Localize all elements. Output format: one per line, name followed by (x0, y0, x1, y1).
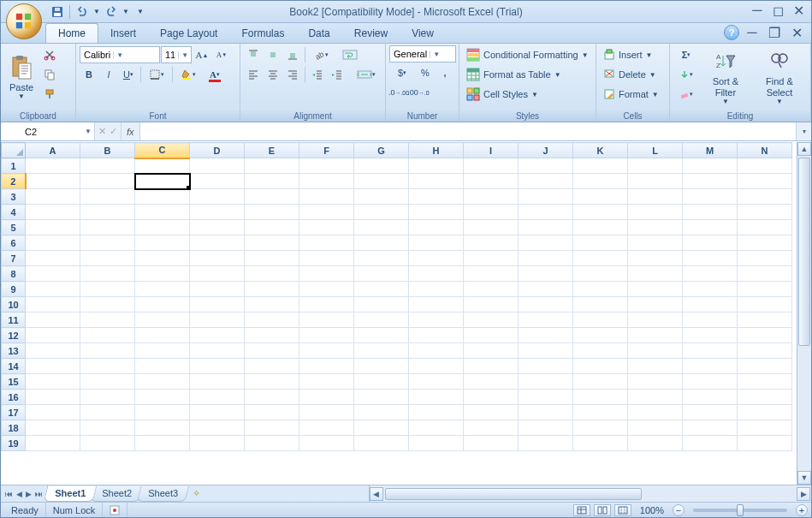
cell-I1[interactable] (464, 158, 519, 174)
cell-J8[interactable] (519, 266, 573, 282)
cell-K3[interactable] (573, 189, 628, 205)
formula-input[interactable] (140, 122, 796, 140)
cell-H4[interactable] (409, 205, 464, 220)
cell-B17[interactable] (80, 405, 135, 420)
cell-M1[interactable] (683, 158, 738, 174)
tab-review[interactable]: Review (342, 24, 400, 43)
cell-G5[interactable] (354, 220, 409, 235)
cell-B2[interactable] (80, 174, 135, 189)
cell-E5[interactable] (245, 220, 299, 235)
cell-B10[interactable] (80, 297, 135, 313)
tab-data[interactable]: Data (296, 24, 341, 43)
cell-A9[interactable] (26, 282, 80, 297)
cell-N17[interactable] (738, 405, 792, 420)
cell-C12[interactable] (135, 328, 190, 343)
cell-I15[interactable] (464, 374, 519, 390)
cell-styles-button[interactable]: Cell Styles▼ (463, 85, 542, 104)
cell-A18[interactable] (26, 420, 80, 436)
cell-N7[interactable] (738, 251, 792, 266)
cell-J18[interactable] (519, 420, 573, 436)
col-header-B[interactable]: B (80, 143, 135, 158)
clear-icon[interactable]: ▾ (673, 85, 699, 104)
cell-F11[interactable] (299, 313, 354, 328)
row-header-3[interactable]: 3 (2, 189, 26, 205)
cell-N2[interactable] (738, 174, 792, 189)
cell-E14[interactable] (245, 359, 299, 374)
cell-I17[interactable] (464, 405, 519, 420)
cut-icon[interactable] (40, 45, 59, 64)
format-painter-icon[interactable] (40, 85, 59, 104)
sheet-tab-3[interactable]: Sheet3 (137, 486, 189, 502)
cell-K2[interactable] (573, 174, 628, 189)
cell-F4[interactable] (299, 205, 354, 220)
cell-C11[interactable] (135, 313, 190, 328)
format-as-table-button[interactable]: Format as Table▼ (463, 65, 565, 84)
cell-N19[interactable] (738, 436, 792, 451)
format-cells-button[interactable]: Format▼ (600, 85, 662, 104)
col-header-F[interactable]: F (299, 143, 354, 158)
cell-D7[interactable] (190, 251, 245, 266)
cell-J6[interactable] (519, 235, 573, 251)
cell-J5[interactable] (519, 220, 573, 235)
cell-C7[interactable] (135, 251, 190, 266)
cell-L7[interactable] (628, 251, 683, 266)
cell-H9[interactable] (409, 282, 464, 297)
cell-J11[interactable] (519, 313, 573, 328)
cell-K7[interactable] (573, 251, 628, 266)
cell-C15[interactable] (135, 374, 190, 390)
cell-A7[interactable] (26, 251, 80, 266)
cell-E1[interactable] (245, 158, 299, 174)
cell-N1[interactable] (738, 158, 792, 174)
sheet-prev-icon[interactable]: ◀ (15, 490, 23, 498)
cell-M10[interactable] (683, 297, 738, 313)
cell-A17[interactable] (26, 405, 80, 420)
cell-G1[interactable] (354, 158, 409, 174)
cell-L4[interactable] (628, 205, 683, 220)
fx-icon[interactable]: fx (122, 122, 140, 140)
align-top-icon[interactable] (244, 45, 263, 64)
cell-C14[interactable] (135, 359, 190, 374)
name-box[interactable]: C2▼ (1, 122, 95, 140)
cell-C16[interactable] (135, 390, 190, 405)
cell-A13[interactable] (26, 343, 80, 359)
scroll-up-icon[interactable]: ▲ (797, 142, 811, 156)
cell-G6[interactable] (354, 235, 409, 251)
cell-N6[interactable] (738, 235, 792, 251)
row-header-6[interactable]: 6 (2, 235, 26, 251)
conditional-formatting-button[interactable]: Conditional Formatting▼ (463, 45, 592, 64)
cell-B19[interactable] (80, 436, 135, 451)
cell-C17[interactable] (135, 405, 190, 420)
cell-K18[interactable] (573, 420, 628, 436)
cancel-formula-icon[interactable]: ✕ (98, 126, 106, 137)
row-header-4[interactable]: 4 (2, 205, 26, 220)
cell-K8[interactable] (573, 266, 628, 282)
cell-I3[interactable] (464, 189, 519, 205)
cell-M8[interactable] (683, 266, 738, 282)
zoom-in-icon[interactable]: + (796, 504, 808, 516)
cell-B15[interactable] (80, 374, 135, 390)
cell-M5[interactable] (683, 220, 738, 235)
zoom-level[interactable]: 100% (635, 505, 669, 515)
italic-icon[interactable]: I (99, 65, 118, 84)
cell-I19[interactable] (464, 436, 519, 451)
cell-M3[interactable] (683, 189, 738, 205)
col-header-H[interactable]: H (409, 143, 464, 158)
cell-C6[interactable] (135, 235, 190, 251)
spreadsheet-grid[interactable]: ABCDEFGHIJKLMN12345678910111213141516171… (1, 142, 811, 485)
cell-K11[interactable] (573, 313, 628, 328)
cell-K16[interactable] (573, 390, 628, 405)
cell-J15[interactable] (519, 374, 573, 390)
cell-C13[interactable] (135, 343, 190, 359)
cell-H15[interactable] (409, 374, 464, 390)
col-header-N[interactable]: N (738, 143, 792, 158)
cell-K1[interactable] (573, 158, 628, 174)
row-header-7[interactable]: 7 (2, 251, 26, 266)
increase-decimal-icon[interactable]: .0→.00 (389, 83, 408, 102)
cell-D16[interactable] (190, 390, 245, 405)
cell-C4[interactable] (135, 205, 190, 220)
cell-E18[interactable] (245, 420, 299, 436)
cell-H17[interactable] (409, 405, 464, 420)
cell-N8[interactable] (738, 266, 792, 282)
cell-L15[interactable] (628, 374, 683, 390)
paste-button[interactable]: Paste ▼ (4, 45, 39, 109)
